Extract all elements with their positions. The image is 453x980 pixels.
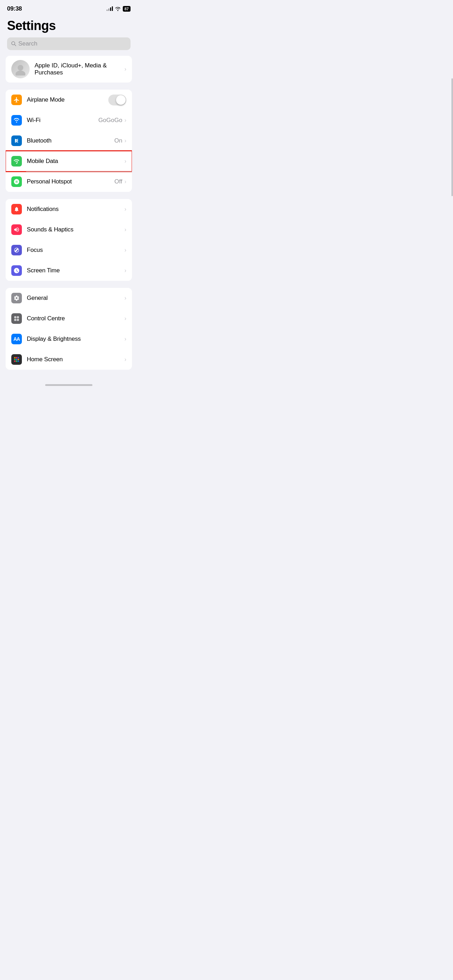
connectivity-group: Airplane Mode Wi-Fi GoGoGo › Bluetooth O… xyxy=(6,90,132,192)
svg-rect-13 xyxy=(16,359,17,360)
home-screen-icon xyxy=(11,354,22,365)
airplane-mode-toggle[interactable] xyxy=(108,95,126,105)
general-group: General › Control Centre › AA Display & … xyxy=(6,288,132,370)
avatar xyxy=(11,60,30,78)
display-brightness-row[interactable]: AA Display & Brightness › xyxy=(6,329,132,349)
svg-point-2 xyxy=(17,65,23,70)
focus-chevron: › xyxy=(124,247,126,253)
personal-hotspot-label: Personal Hotspot xyxy=(27,178,114,185)
display-brightness-chevron: › xyxy=(124,336,126,342)
mobile-data-row[interactable]: Mobile Data › xyxy=(6,151,132,172)
apple-id-chevron: › xyxy=(124,66,126,72)
focus-label: Focus xyxy=(27,247,124,254)
sounds-haptics-row[interactable]: Sounds & Haptics › xyxy=(6,220,132,240)
control-centre-label: Control Centre xyxy=(27,315,124,322)
home-screen-row[interactable]: Home Screen › xyxy=(6,349,132,370)
svg-point-0 xyxy=(12,41,15,45)
personal-hotspot-chevron: › xyxy=(124,178,126,185)
wifi-row[interactable]: Wi-Fi GoGoGo › xyxy=(6,110,132,130)
apple-id-label: Apple ID, iCloud+, Media & Purchases xyxy=(35,62,124,76)
airplane-mode-label: Airplane Mode xyxy=(27,96,105,103)
home-indicator xyxy=(45,384,92,386)
apple-id-text: Apple ID, iCloud+, Media & Purchases xyxy=(35,62,124,76)
svg-point-4 xyxy=(16,163,17,164)
notifications-group: Notifications › Sounds & Haptics › Focus… xyxy=(6,199,132,281)
general-icon xyxy=(11,293,22,303)
notifications-chevron: › xyxy=(124,206,126,212)
bluetooth-icon xyxy=(11,135,22,146)
status-bar: 09:38 87 xyxy=(0,0,138,16)
personal-hotspot-icon xyxy=(11,177,22,187)
status-icons: 87 xyxy=(106,6,130,12)
search-bar[interactable]: Search xyxy=(7,37,130,50)
svg-line-1 xyxy=(15,45,16,46)
general-label: General xyxy=(27,294,124,302)
svg-rect-16 xyxy=(16,361,17,362)
search-icon xyxy=(11,41,16,46)
battery-indicator: 87 xyxy=(123,6,130,12)
wifi-status-icon xyxy=(115,7,121,11)
sounds-haptics-label: Sounds & Haptics xyxy=(27,226,124,233)
search-placeholder: Search xyxy=(18,40,37,47)
bluetooth-label: Bluetooth xyxy=(27,137,114,144)
svg-rect-14 xyxy=(17,359,19,360)
focus-icon xyxy=(11,245,22,255)
control-centre-icon xyxy=(11,313,22,324)
wifi-label: Wi-Fi xyxy=(27,117,99,124)
home-screen-label: Home Screen xyxy=(27,356,124,363)
notifications-label: Notifications xyxy=(27,206,124,213)
home-screen-chevron: › xyxy=(124,356,126,363)
page-title: Settings xyxy=(0,16,138,37)
mobile-data-label: Mobile Data xyxy=(27,158,124,165)
svg-rect-8 xyxy=(17,319,19,321)
airplane-mode-row[interactable]: Airplane Mode xyxy=(6,90,132,110)
bluetooth-chevron: › xyxy=(124,138,126,144)
personal-hotspot-value: Off xyxy=(114,178,122,185)
general-row[interactable]: General › xyxy=(6,288,132,308)
general-chevron: › xyxy=(124,295,126,301)
screen-time-row[interactable]: Screen Time › xyxy=(6,260,132,281)
mobile-data-icon xyxy=(11,156,22,167)
screen-time-label: Screen Time xyxy=(27,267,124,274)
sounds-haptics-icon xyxy=(11,224,22,235)
svg-rect-15 xyxy=(14,361,16,362)
svg-rect-6 xyxy=(17,316,19,318)
control-centre-chevron: › xyxy=(124,315,126,322)
wifi-icon xyxy=(11,115,22,126)
control-centre-row[interactable]: Control Centre › xyxy=(6,308,132,329)
screen-time-chevron: › xyxy=(124,267,126,274)
notifications-icon xyxy=(11,204,22,215)
svg-rect-7 xyxy=(14,319,16,321)
display-brightness-icon: AA xyxy=(11,334,22,344)
svg-rect-17 xyxy=(17,361,19,362)
mobile-data-chevron: › xyxy=(124,158,126,164)
svg-point-3 xyxy=(16,70,25,75)
apple-id-row[interactable]: Apple ID, iCloud+, Media & Purchases › xyxy=(6,56,132,83)
focus-row[interactable]: Focus › xyxy=(6,240,132,260)
bluetooth-value: On xyxy=(114,137,122,144)
notifications-row[interactable]: Notifications › xyxy=(6,199,132,220)
cellular-signal-icon xyxy=(106,7,113,11)
status-time: 09:38 xyxy=(7,5,22,12)
svg-rect-9 xyxy=(14,357,16,358)
display-brightness-label: Display & Brightness xyxy=(27,336,124,342)
svg-rect-10 xyxy=(16,357,17,358)
bluetooth-row[interactable]: Bluetooth On › xyxy=(6,130,132,151)
wifi-chevron: › xyxy=(124,117,126,124)
svg-rect-12 xyxy=(14,359,16,360)
sounds-haptics-chevron: › xyxy=(124,226,126,233)
svg-rect-11 xyxy=(17,357,19,358)
airplane-mode-icon xyxy=(11,95,22,105)
personal-hotspot-row[interactable]: Personal Hotspot Off › xyxy=(6,172,132,192)
screen-time-icon xyxy=(11,265,22,276)
svg-rect-5 xyxy=(14,316,16,318)
wifi-value: GoGoGo xyxy=(99,117,122,124)
